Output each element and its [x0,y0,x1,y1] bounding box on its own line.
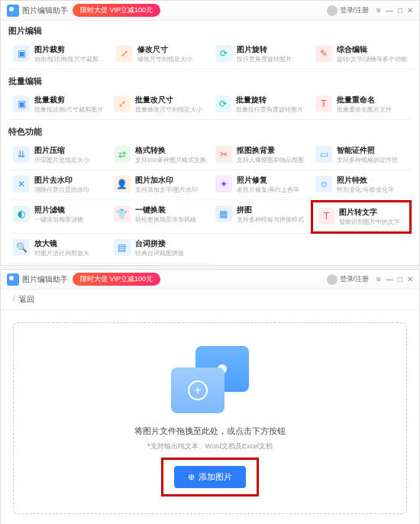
section-title-batch: 批量编辑 [8,76,412,87]
login-label-2: 登录/注册 [340,274,370,284]
close-icon[interactable]: ✕ [407,275,413,283]
feature-batch-crop[interactable]: ▣批量裁剪批量按比例/尺寸裁剪图片 [8,90,109,120]
feature-outfit[interactable]: 👕一键换装轻松更换场景添加风格 [109,200,211,234]
feature-cutout[interactable]: ✂抠图换背景支持人像抠图和物品抠图 [211,141,312,170]
login-label: 登录/注册 [340,5,370,15]
window-controls-2: ≡ — □ ✕ [376,275,413,283]
maximize-icon[interactable]: □ [398,6,402,15]
feature-effects[interactable]: ☺照片特效性别变化/年龄变化等 [311,170,412,200]
feature-batch-rename[interactable]: T批量重命名批量重命名图片文件 [311,90,412,120]
menu-icon[interactable]: ≡ [376,6,381,15]
titlebar: 图片编辑助手 限时大促 VIP立减100元 登录/注册 ≡ — □ ✕ [1,1,419,21]
section-title-special: 特色功能 [8,126,412,137]
app-logo-icon [7,273,19,286]
stitch-icon: ▤ [114,239,131,256]
rename-icon: T [315,95,332,112]
rotate-icon: ⟳ [215,45,232,62]
multi-edit-icon: ✎ [315,45,332,62]
minimize-icon[interactable]: — [386,6,393,15]
drop-area[interactable]: + 将图片文件拖拽至此处，或点击下方按钮 *支持输出纯文本、Word文档及Exc… [13,322,407,514]
login-link-2[interactable]: 登录/注册 [327,274,370,285]
feature-filter[interactable]: ◐照片滤镜一键添加相册滤镜 [8,200,109,234]
add-wm-icon: 👤 [114,176,131,192]
crop-icon: ▣ [13,45,30,62]
batch-crop-icon: ▣ [13,95,30,112]
section-title-edit: 图片编辑 [8,25,412,37]
batch-rotate-icon: ⟳ [215,95,231,112]
main-window: 图片编辑助手 限时大促 VIP立减100元 登录/注册 ≡ — □ ✕ 图片编辑… [0,0,420,266]
feature-collage[interactable]: ▦拼图支持多种模板与拼接模式 [211,200,312,234]
idphoto-icon: ▭ [315,146,332,163]
app-title: 图片编辑助手 [22,5,68,16]
window-controls: ≡ — □ ✕ [376,6,413,15]
section-special: 特色功能 ⇊图片压缩压缩图片至指定大小 ⇄格式转换支持100多种图片格式互换 ✂… [1,121,419,265]
feature-convert[interactable]: ⇄格式转换支持100多种图片格式互换 [109,141,211,170]
feature-remove-watermark[interactable]: ✕图片去水印消除任意位置的水印 [8,170,109,200]
filter-icon: ◐ [13,205,30,222]
promo-badge-2[interactable]: 限时大促 VIP立减100元 [73,273,160,286]
feature-multi-edit[interactable]: ✎综合编辑旋转/文字/滤镜等多个功能 [311,40,412,70]
resize-icon: ⤢ [116,45,133,62]
add-image-label: 添加图片 [199,471,232,483]
close-icon[interactable]: ✕ [407,6,413,15]
effects-icon: ☺ [315,176,332,192]
feature-subtitle-stitch[interactable]: ▤台词拼接经典台词截图拼接 [109,234,211,264]
section-batch: 批量编辑 ▣批量裁剪批量按比例/尺寸裁剪图片 ⤢批量改尺寸批量修改尺寸到指定大小… [1,71,419,121]
feature-crop[interactable]: ▣图片裁剪自由/按比例/按尺寸裁剪图片 [8,40,111,70]
avatar-icon [327,5,338,16]
ocr-window: 图片编辑助手 限时大促 VIP立减100元 登录/注册 ≡ — □ ✕ 〈 返回… [0,269,420,524]
app-logo-icon [7,5,19,17]
drop-title: 将图片文件拖拽至此处，或点击下方按钮 [29,425,391,437]
feature-magnifier[interactable]: 🔍放大镜对图片进行局部放大 [8,234,109,264]
feature-batch-resize[interactable]: ⤢批量改尺寸批量修改尺寸到指定大小 [109,90,210,120]
cutout-icon: ✂ [215,146,232,163]
back-button[interactable]: 〈 返回 [8,294,34,305]
compress-icon: ⇊ [13,146,30,163]
feature-idphoto[interactable]: ▭智能证件照支持多种规格的证件照 [311,141,412,170]
plus-icon: ⊕ [188,472,195,482]
magnifier-icon: 🔍 [13,239,30,256]
titlebar-2: 图片编辑助手 限时大促 VIP立减100元 登录/注册 ≡ — □ ✕ [1,270,419,289]
feature-repair[interactable]: ✦照片修复老照片修复/黑白上色等 [211,170,312,200]
back-label: 返回 [19,294,34,305]
drop-formats: *支持输出纯文本、Word文档及Excel文档 [29,442,391,451]
ocr-icon: T [318,208,334,225]
login-link[interactable]: 登录/注册 [327,5,370,16]
convert-icon: ⇄ [114,146,131,163]
avatar-icon [327,274,338,285]
feature-add-watermark[interactable]: 👤图片加水印支持添加文字/图片水印 [109,170,211,200]
add-button-highlight: ⊕ 添加图片 [161,458,259,497]
app-title-2: 图片编辑助手 [22,274,68,285]
add-card-icon: + [171,367,225,413]
subbar: 〈 返回 [1,289,419,310]
feature-ocr[interactable]: T图片转文字智能识别图片中的文字 [311,200,412,234]
feature-rotate[interactable]: ⟳图片旋转按任意角度旋转图片 [211,40,310,70]
remove-wm-icon: ✕ [13,176,30,192]
batch-resize-icon: ⤢ [114,95,131,112]
menu-icon[interactable]: ≡ [376,275,381,283]
repair-icon: ✦ [215,176,232,192]
minimize-icon[interactable]: — [386,275,393,283]
feature-batch-rotate[interactable]: ⟳批量旋转批量按任意角度旋转图片 [210,90,311,120]
section-edit: 图片编辑 ▣图片裁剪自由/按比例/按尺寸裁剪图片 ⤢修改尺寸修改尺寸到指定大小 … [1,21,419,71]
promo-badge[interactable]: 限时大促 VIP立减100元 [73,4,160,17]
add-image-button[interactable]: ⊕ 添加图片 [174,466,246,488]
feature-resize[interactable]: ⤢修改尺寸修改尺寸到指定大小 [111,40,211,70]
chevron-left-icon: 〈 [8,294,16,305]
outfit-icon: 👕 [114,205,131,222]
maximize-icon[interactable]: □ [398,275,402,283]
feature-compress[interactable]: ⇊图片压缩压缩图片至指定大小 [8,141,109,170]
collage-icon: ▦ [215,205,232,222]
drop-illustration: + [168,346,252,415]
